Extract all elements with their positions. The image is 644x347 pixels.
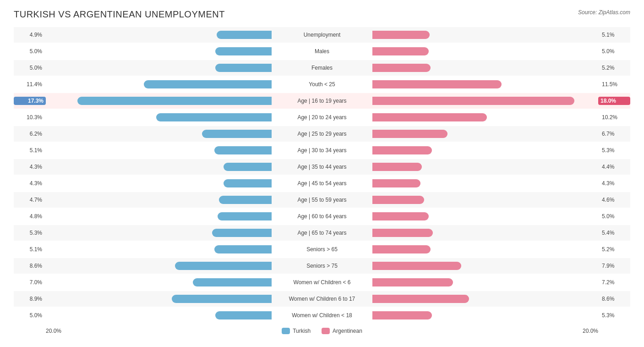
left-bar	[212, 229, 272, 237]
right-bar	[372, 47, 429, 55]
table-row: 5.0% Women w/ Children < 18 5.3%	[14, 308, 630, 323]
row-label: Age | 60 to 64 years	[272, 213, 372, 220]
right-value: 7.2%	[598, 279, 630, 286]
left-bar-area	[46, 61, 272, 74]
left-bar	[156, 113, 272, 121]
row-label: Unemployment	[272, 32, 372, 38]
row-label: Seniors > 75	[272, 263, 372, 269]
chart-title: TURKISH VS ARGENTINEAN UNEMPLOYMENT	[14, 9, 225, 20]
left-bar	[215, 47, 272, 55]
row-label: Age | 25 to 29 years	[272, 131, 372, 137]
right-value: 5.1%	[598, 32, 630, 38]
row-label: Seniors > 65	[272, 246, 372, 253]
left-bar-area	[46, 243, 272, 256]
legend-turkish: Turkish	[282, 328, 311, 334]
left-bar	[172, 295, 272, 303]
table-row: 4.3% Age | 35 to 44 years 4.4%	[14, 159, 630, 175]
table-row: 11.4% Youth < 25 11.5%	[14, 77, 630, 92]
table-row: 4.7% Age | 55 to 59 years 4.6%	[14, 192, 630, 208]
left-value: 17.3%	[14, 97, 46, 105]
table-row: 5.3% Age | 65 to 74 years 5.4%	[14, 225, 630, 241]
left-bar	[219, 196, 272, 204]
right-bar	[372, 245, 431, 253]
chart-body: 4.9% Unemployment 5.1% 5.0% Males 5.0% 5…	[14, 27, 630, 323]
left-bar-area	[46, 28, 272, 41]
right-bar-area	[372, 61, 598, 74]
left-value: 4.9%	[14, 32, 46, 38]
left-bar-area	[46, 259, 272, 272]
left-bar-area	[46, 276, 272, 289]
left-bar-area	[46, 144, 272, 157]
left-value: 5.0%	[14, 65, 46, 71]
row-label: Males	[272, 48, 372, 55]
left-value: 10.3%	[14, 114, 46, 121]
chart-source: Source: ZipAtlas.com	[578, 9, 630, 16]
right-bar	[372, 212, 429, 220]
table-row: 5.1% Age | 30 to 34 years 5.3%	[14, 143, 630, 158]
legend: Turkish Argentinean	[282, 328, 362, 334]
row-label: Age | 65 to 74 years	[272, 230, 372, 236]
table-row: 8.9% Women w/ Children 6 to 17 8.6%	[14, 291, 630, 307]
right-value: 5.3%	[598, 147, 630, 154]
left-bar	[175, 262, 272, 270]
left-bar	[224, 163, 272, 171]
table-row: 17.3% Age | 16 to 19 years 18.0%	[14, 93, 630, 109]
left-bar-area	[46, 78, 272, 91]
chart-container: TURKISH VS ARGENTINEAN UNEMPLOYMENT Sour…	[14, 9, 630, 334]
left-bar	[193, 278, 272, 286]
chart-footer: 20.0% Turkish Argentinean 20.0%	[14, 328, 630, 334]
left-bar-area	[46, 111, 272, 124]
left-bar-area	[46, 177, 272, 190]
right-bar-area	[372, 78, 598, 91]
right-bar-area	[372, 210, 598, 223]
left-value: 8.6%	[14, 263, 46, 269]
legend-argentinean: Argentinean	[322, 328, 362, 334]
left-bar	[144, 80, 272, 88]
right-bar-area	[372, 292, 598, 305]
left-bar-area	[46, 127, 272, 140]
right-bar	[372, 146, 432, 154]
row-label: Age | 30 to 34 years	[272, 147, 372, 154]
right-value: 5.2%	[598, 246, 630, 253]
row-label: Age | 20 to 24 years	[272, 114, 372, 121]
turkish-label: Turkish	[293, 328, 311, 334]
right-bar	[372, 262, 461, 270]
left-bar	[224, 179, 272, 187]
right-bar-area	[372, 243, 598, 256]
left-bar	[77, 97, 272, 105]
right-value: 11.5%	[598, 81, 630, 88]
left-bar	[217, 31, 272, 39]
right-value: 18.0%	[598, 97, 630, 105]
right-value: 4.4%	[598, 164, 630, 170]
left-value: 5.1%	[14, 246, 46, 253]
left-bar	[214, 146, 272, 154]
right-bar-area	[372, 45, 598, 58]
turkish-swatch	[282, 328, 290, 334]
right-value: 8.6%	[598, 296, 630, 302]
left-value: 8.9%	[14, 296, 46, 302]
axis-left-label: 20.0%	[46, 328, 61, 334]
left-bar-area	[46, 226, 272, 239]
left-value: 4.8%	[14, 213, 46, 220]
right-value: 7.9%	[598, 263, 630, 269]
table-row: 5.1% Seniors > 65 5.2%	[14, 242, 630, 257]
right-bar	[372, 179, 420, 187]
table-row: 5.0% Females 5.2%	[14, 60, 630, 76]
row-label: Youth < 25	[272, 81, 372, 88]
row-label: Women w/ Children < 6	[272, 279, 372, 286]
right-bar-area	[372, 193, 598, 206]
right-bar	[372, 311, 432, 319]
right-bar-area	[372, 111, 598, 124]
row-label: Women w/ Children 6 to 17	[272, 296, 372, 302]
left-bar	[215, 64, 272, 72]
right-bar	[372, 278, 453, 286]
right-bar	[372, 31, 430, 39]
right-bar	[372, 130, 448, 138]
right-value: 5.0%	[598, 48, 630, 55]
left-bar	[218, 212, 272, 220]
row-label: Age | 35 to 44 years	[272, 164, 372, 170]
argentinean-swatch	[322, 328, 330, 334]
right-bar-area	[372, 177, 598, 190]
right-bar	[372, 163, 422, 171]
table-row: 4.8% Age | 60 to 64 years 5.0%	[14, 209, 630, 224]
